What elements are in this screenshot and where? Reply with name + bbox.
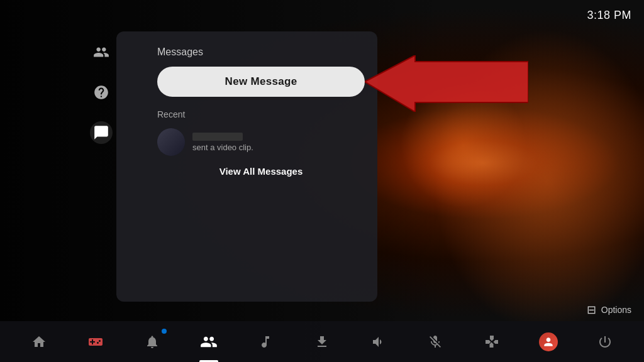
message-meta: sent a video clip. bbox=[192, 133, 253, 152]
party-icon[interactable] bbox=[90, 41, 113, 63]
power-nav[interactable] bbox=[577, 321, 633, 362]
username-redacted bbox=[192, 133, 243, 141]
messages-sidebar-icon[interactable] bbox=[90, 121, 113, 144]
game-nav[interactable] bbox=[67, 321, 124, 362]
notifications-nav[interactable] bbox=[124, 321, 180, 362]
message-item[interactable]: sent a video clip. bbox=[157, 128, 365, 156]
panel-content: Messages New Message Recent sent a video… bbox=[157, 47, 365, 177]
store-nav[interactable] bbox=[294, 321, 350, 362]
music-nav[interactable] bbox=[237, 321, 294, 362]
notification-badge bbox=[162, 329, 167, 334]
recent-label: Recent bbox=[157, 109, 365, 119]
options-label: Options bbox=[601, 305, 631, 315]
view-all-messages-button[interactable]: View All Messages bbox=[157, 166, 365, 177]
volume-nav[interactable] bbox=[350, 321, 407, 362]
messages-panel: Messages New Message Recent sent a video… bbox=[116, 31, 377, 302]
svg-marker-1 bbox=[365, 55, 528, 112]
new-message-button[interactable]: New Message bbox=[157, 67, 365, 97]
chat-support-icon[interactable] bbox=[90, 81, 113, 104]
options-icon: ⊟ bbox=[587, 303, 596, 317]
avatar-nav[interactable] bbox=[520, 321, 577, 362]
gamepad-nav[interactable] bbox=[464, 321, 520, 362]
panel-title: Messages bbox=[157, 47, 365, 58]
mic-nav[interactable] bbox=[407, 321, 464, 362]
options-bar[interactable]: ⊟ Options bbox=[587, 303, 631, 317]
friends-nav[interactable] bbox=[180, 321, 237, 362]
red-arrow-annotation bbox=[365, 55, 528, 114]
time-display: 3:18 PM bbox=[587, 9, 631, 22]
bottom-nav bbox=[0, 321, 644, 362]
avatar bbox=[157, 128, 185, 156]
home-nav[interactable] bbox=[11, 321, 67, 362]
message-preview: sent a video clip. bbox=[192, 143, 253, 152]
